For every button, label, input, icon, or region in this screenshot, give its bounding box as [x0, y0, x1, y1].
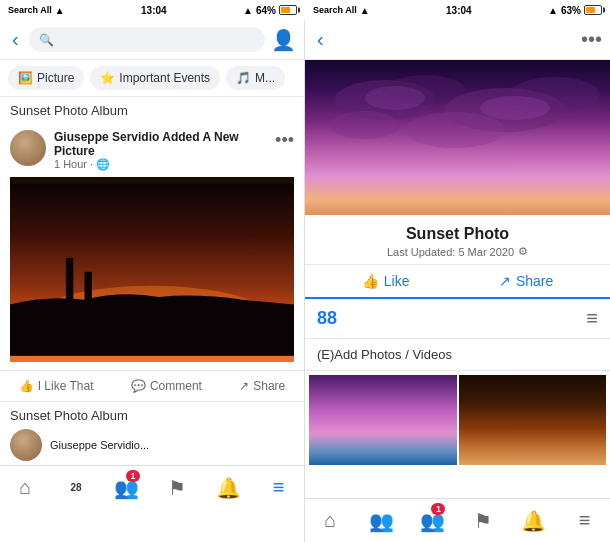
share-btn-label: Share	[516, 273, 553, 289]
back-button[interactable]: ‹	[8, 26, 23, 53]
status-bars: Search All ▲ 13:04 ▲ 64% Search All ▲ 13…	[0, 0, 610, 20]
picture-chip-icon: 🖼️	[18, 71, 33, 85]
post2-author: Giuseppe Servidio...	[50, 439, 149, 451]
search-box[interactable]: 🔍 Joseph Server	[29, 27, 265, 52]
right-nav-menu[interactable]: ≡	[559, 499, 610, 542]
section-label-1: Sunset Photo Album	[0, 97, 304, 122]
left-battery-icon	[279, 5, 297, 15]
post-privacy-icon: 🌐	[96, 158, 110, 170]
grid-photo-2[interactable]	[459, 375, 607, 465]
menu-icon: ≡	[273, 476, 285, 499]
right-bell-icon: 🔔	[521, 509, 546, 533]
post-photo	[10, 177, 294, 362]
right-panel: ‹ •••	[305, 20, 610, 542]
right-time: 13:04	[446, 5, 472, 16]
left-panel: ‹ 🔍 Joseph Server 👤 🖼️ Picture ⭐ Importa…	[0, 20, 305, 542]
grid-photo-1[interactable]	[309, 375, 457, 465]
left-header: ‹ 🔍 Joseph Server 👤	[0, 20, 304, 60]
right-wifi-icon: ▲	[360, 5, 370, 16]
hero-image	[305, 60, 610, 215]
nav-bell[interactable]: 🔔	[203, 466, 254, 509]
chip-pictures[interactable]: 🖼️ Picture	[8, 66, 84, 90]
share-icon: ↗	[239, 379, 249, 393]
person-icon[interactable]: 👤	[271, 28, 296, 52]
bell-icon: 🔔	[216, 476, 241, 500]
chip-events-label: Important Events	[119, 71, 210, 85]
add-photos-button[interactable]: (E)Add Photos / Videos	[305, 339, 610, 371]
thumbs-up-icon: 👍	[362, 273, 379, 289]
post-meta: Giuseppe Servidio Added A New Picture 1 …	[54, 130, 267, 171]
right-nav-bell[interactable]: 🔔	[508, 499, 559, 542]
nav-friends[interactable]: 👥 1	[101, 466, 152, 509]
album-like-button[interactable]: 👍 Like	[362, 273, 410, 289]
post-item-1: Giuseppe Servidio Added A New Picture 1 …	[0, 122, 304, 371]
list-view-icon[interactable]: ≡	[586, 307, 598, 330]
album-updated: Last Updated: 5 Mar 2020 ⚙	[317, 245, 598, 258]
share-button[interactable]: ↗ Share	[239, 379, 285, 393]
share-label: Share	[253, 379, 285, 393]
svg-point-10	[330, 111, 400, 139]
right-bottom-nav: ⌂ 👥 👥 1 ⚑ 🔔 ≡	[305, 498, 610, 542]
left-battery-text: 64%	[256, 5, 276, 16]
search-icon: 🔍	[39, 33, 54, 47]
right-flag-icon: ⚑	[474, 509, 492, 533]
post-action-bar: 👍 I Like That 💬 Comment ↗ Share	[0, 371, 304, 402]
post-author-name: Giuseppe Servidio Added A New Picture	[54, 130, 267, 158]
album-share-icon: ↗	[499, 273, 511, 289]
stats-row: 88 ≡	[305, 299, 610, 339]
like-button[interactable]: 👍 I Like That	[19, 379, 94, 393]
right-battery-icon	[584, 5, 602, 15]
right-friends-icon: 👥	[369, 509, 394, 533]
star-chip-icon: ⭐	[100, 71, 115, 85]
flag-icon: ⚑	[168, 476, 186, 500]
album-title: Sunset Photo	[317, 225, 598, 243]
post-item-2: Giuseppe Servidio...	[0, 425, 304, 465]
like-icon: 👍	[19, 379, 34, 393]
left-status-bar: Search All ▲ 13:04 ▲ 64%	[0, 0, 305, 20]
friends-badge: 1	[126, 470, 140, 482]
post-header: Giuseppe Servidio Added A New Picture 1 …	[10, 130, 294, 171]
chip-music[interactable]: 🎵 M...	[226, 66, 285, 90]
avatar-2	[10, 429, 42, 461]
left-time: 13:04	[141, 5, 167, 16]
comment-button[interactable]: 💬 Comment	[131, 379, 202, 393]
nav-notifications[interactable]: 28	[51, 466, 102, 509]
nav-home[interactable]: ⌂	[0, 466, 51, 509]
main-panels: ‹ 🔍 Joseph Server 👤 🖼️ Picture ⭐ Importa…	[0, 20, 610, 542]
more-options-button[interactable]: •••	[275, 130, 294, 151]
chip-pictures-label: Picture	[37, 71, 74, 85]
photo-grid	[305, 371, 610, 498]
avatar	[10, 130, 46, 166]
photos-count: 88	[317, 308, 337, 329]
left-signal-text: Search All	[8, 5, 52, 15]
album-share-button[interactable]: ↗ Share	[499, 273, 553, 289]
nav-flag[interactable]: ⚑	[152, 466, 203, 509]
left-wifi-icon: ▲	[55, 5, 65, 16]
right-back-button[interactable]: ‹	[313, 26, 328, 53]
right-nav-flag[interactable]: ⚑	[457, 499, 508, 542]
comment-icon: 💬	[131, 379, 146, 393]
album-info: Sunset Photo Last Updated: 5 Mar 2020 ⚙	[305, 215, 610, 265]
settings-icon[interactable]: ⚙	[518, 245, 528, 258]
chip-music-label: M...	[255, 71, 275, 85]
post-time: 1 Hour · 🌐	[54, 158, 267, 171]
right-menu-icon: ≡	[579, 509, 591, 532]
search-input[interactable]: Joseph Server	[59, 32, 255, 47]
right-battery-text: 63%	[561, 5, 581, 16]
nav-menu[interactable]: ≡	[253, 466, 304, 509]
left-arrow-icon: ▲	[243, 5, 253, 16]
home-icon: ⌂	[19, 476, 31, 499]
right-signal-text: Search All	[313, 5, 357, 15]
right-nav-friends[interactable]: 👥	[356, 499, 407, 542]
chip-important-events[interactable]: ⭐ Important Events	[90, 66, 220, 90]
right-home-icon: ⌂	[324, 509, 336, 532]
svg-point-12	[365, 86, 425, 110]
right-nav-people[interactable]: 👥 1	[407, 499, 458, 542]
right-status-bar: Search All ▲ 13:04 ▲ 63%	[305, 0, 610, 20]
section-label-2: Sunset Photo Album	[0, 402, 304, 425]
music-chip-icon: 🎵	[236, 71, 251, 85]
right-nav-home[interactable]: ⌂	[305, 499, 356, 542]
right-more-button[interactable]: •••	[581, 28, 602, 51]
like-share-row: 👍 Like ↗ Share	[305, 265, 610, 299]
right-arrow-icon: ▲	[548, 5, 558, 16]
